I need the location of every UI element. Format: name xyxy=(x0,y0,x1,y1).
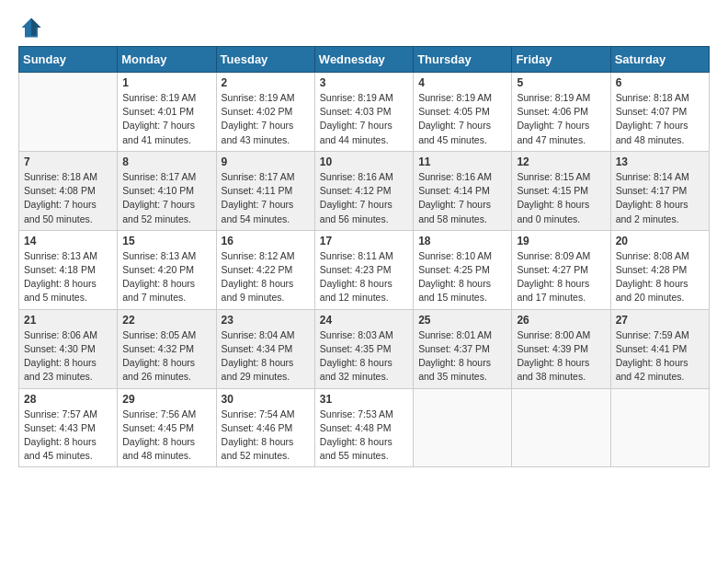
day-number: 11 xyxy=(418,155,506,168)
day-detail: Sunrise: 8:05 AMSunset: 4:32 PMDaylight:… xyxy=(122,328,210,385)
day-cell: 28Sunrise: 7:57 AMSunset: 4:43 PMDayligh… xyxy=(19,388,118,467)
day-detail: Sunrise: 7:53 AMSunset: 4:48 PMDaylight:… xyxy=(320,408,408,464)
day-number: 24 xyxy=(320,314,408,327)
week-row-3: 14Sunrise: 8:13 AMSunset: 4:18 PMDayligh… xyxy=(19,230,710,309)
day-number: 21 xyxy=(24,314,112,327)
day-number: 8 xyxy=(122,155,210,168)
day-cell: 20Sunrise: 8:08 AMSunset: 4:28 PMDayligh… xyxy=(610,230,709,309)
day-detail: Sunrise: 8:19 AMSunset: 4:01 PMDaylight:… xyxy=(122,91,210,147)
day-number: 6 xyxy=(616,76,704,89)
col-header-tuesday: Tuesday xyxy=(216,47,314,73)
week-row-2: 7Sunrise: 8:18 AMSunset: 4:08 PMDaylight… xyxy=(19,151,710,230)
col-header-saturday: Saturday xyxy=(610,47,709,73)
week-row-1: 1Sunrise: 8:19 AMSunset: 4:01 PMDaylight… xyxy=(19,73,710,152)
day-detail: Sunrise: 7:57 AMSunset: 4:43 PMDaylight:… xyxy=(24,408,112,464)
header-row: SundayMondayTuesdayWednesdayThursdayFrid… xyxy=(19,47,710,73)
header xyxy=(18,15,710,40)
day-number: 23 xyxy=(222,314,310,327)
day-cell: 2Sunrise: 8:19 AMSunset: 4:02 PMDaylight… xyxy=(216,73,314,152)
col-header-wednesday: Wednesday xyxy=(314,47,413,73)
col-header-sunday: Sunday xyxy=(19,47,118,73)
day-cell: 10Sunrise: 8:16 AMSunset: 4:12 PMDayligh… xyxy=(314,151,413,230)
day-number: 2 xyxy=(222,76,310,89)
day-detail: Sunrise: 8:08 AMSunset: 4:28 PMDaylight:… xyxy=(616,249,704,305)
day-number: 15 xyxy=(122,235,210,247)
day-number: 20 xyxy=(616,235,704,247)
day-number: 1 xyxy=(122,76,210,89)
day-detail: Sunrise: 8:03 AMSunset: 4:35 PMDaylight:… xyxy=(320,328,408,385)
day-detail: Sunrise: 8:18 AMSunset: 4:07 PMDaylight:… xyxy=(616,91,704,147)
day-number: 13 xyxy=(616,155,704,168)
day-number: 30 xyxy=(222,393,310,406)
day-detail: Sunrise: 8:13 AMSunset: 4:18 PMDaylight:… xyxy=(24,249,112,305)
day-detail: Sunrise: 8:01 AMSunset: 4:37 PMDaylight:… xyxy=(418,328,506,385)
day-detail: Sunrise: 8:19 AMSunset: 4:05 PMDaylight:… xyxy=(418,91,506,147)
day-cell: 16Sunrise: 8:12 AMSunset: 4:22 PMDayligh… xyxy=(216,230,314,309)
day-cell: 6Sunrise: 8:18 AMSunset: 4:07 PMDaylight… xyxy=(610,73,709,152)
day-number: 31 xyxy=(320,393,408,406)
day-cell: 31Sunrise: 7:53 AMSunset: 4:48 PMDayligh… xyxy=(314,388,413,467)
day-cell: 18Sunrise: 8:10 AMSunset: 4:25 PMDayligh… xyxy=(414,230,512,309)
day-detail: Sunrise: 7:56 AMSunset: 4:45 PMDaylight:… xyxy=(122,408,210,464)
day-cell: 23Sunrise: 8:04 AMSunset: 4:34 PMDayligh… xyxy=(216,309,314,388)
day-detail: Sunrise: 8:19 AMSunset: 4:03 PMDaylight:… xyxy=(320,91,408,147)
week-row-5: 28Sunrise: 7:57 AMSunset: 4:43 PMDayligh… xyxy=(19,388,710,467)
day-cell: 11Sunrise: 8:16 AMSunset: 4:14 PMDayligh… xyxy=(414,151,512,230)
day-number: 26 xyxy=(517,314,605,327)
day-cell: 9Sunrise: 8:17 AMSunset: 4:11 PMDaylight… xyxy=(216,151,314,230)
svg-marker-1 xyxy=(31,18,41,36)
day-detail: Sunrise: 8:18 AMSunset: 4:08 PMDaylight:… xyxy=(24,170,112,226)
day-number: 25 xyxy=(418,314,506,327)
day-detail: Sunrise: 8:13 AMSunset: 4:20 PMDaylight:… xyxy=(122,249,210,305)
day-detail: Sunrise: 8:19 AMSunset: 4:02 PMDaylight:… xyxy=(222,91,310,147)
day-cell: 5Sunrise: 8:19 AMSunset: 4:06 PMDaylight… xyxy=(512,73,610,152)
day-number: 27 xyxy=(616,314,704,327)
day-cell: 25Sunrise: 8:01 AMSunset: 4:37 PMDayligh… xyxy=(414,309,512,388)
day-cell xyxy=(414,388,512,467)
day-detail: Sunrise: 7:59 AMSunset: 4:41 PMDaylight:… xyxy=(616,328,704,385)
day-cell: 8Sunrise: 8:17 AMSunset: 4:10 PMDaylight… xyxy=(118,151,216,230)
day-number: 16 xyxy=(222,235,310,247)
day-detail: Sunrise: 8:17 AMSunset: 4:10 PMDaylight:… xyxy=(122,170,210,226)
day-cell: 14Sunrise: 8:13 AMSunset: 4:18 PMDayligh… xyxy=(19,230,118,309)
day-number: 12 xyxy=(517,155,605,168)
day-detail: Sunrise: 8:16 AMSunset: 4:14 PMDaylight:… xyxy=(418,170,506,226)
day-detail: Sunrise: 8:17 AMSunset: 4:11 PMDaylight:… xyxy=(222,170,310,226)
day-cell: 26Sunrise: 8:00 AMSunset: 4:39 PMDayligh… xyxy=(512,309,610,388)
day-detail: Sunrise: 8:04 AMSunset: 4:34 PMDaylight:… xyxy=(222,328,310,385)
day-cell xyxy=(610,388,709,467)
day-cell xyxy=(512,388,610,467)
day-number: 9 xyxy=(222,155,310,168)
day-detail: Sunrise: 8:11 AMSunset: 4:23 PMDaylight:… xyxy=(320,249,408,305)
day-number: 10 xyxy=(320,155,408,168)
day-cell: 13Sunrise: 8:14 AMSunset: 4:17 PMDayligh… xyxy=(610,151,709,230)
day-number: 14 xyxy=(24,235,112,247)
day-number: 29 xyxy=(122,393,210,406)
day-cell: 30Sunrise: 7:54 AMSunset: 4:46 PMDayligh… xyxy=(216,388,314,467)
day-cell: 3Sunrise: 8:19 AMSunset: 4:03 PMDaylight… xyxy=(314,73,413,152)
day-detail: Sunrise: 8:14 AMSunset: 4:17 PMDaylight:… xyxy=(616,170,704,226)
day-detail: Sunrise: 8:06 AMSunset: 4:30 PMDaylight:… xyxy=(24,328,112,385)
day-detail: Sunrise: 8:09 AMSunset: 4:27 PMDaylight:… xyxy=(517,249,605,305)
day-detail: Sunrise: 8:10 AMSunset: 4:25 PMDaylight:… xyxy=(418,249,506,305)
day-detail: Sunrise: 8:19 AMSunset: 4:06 PMDaylight:… xyxy=(517,91,605,147)
col-header-monday: Monday xyxy=(118,47,216,73)
day-cell: 15Sunrise: 8:13 AMSunset: 4:20 PMDayligh… xyxy=(118,230,216,309)
day-cell: 21Sunrise: 8:06 AMSunset: 4:30 PMDayligh… xyxy=(19,309,118,388)
day-number: 28 xyxy=(24,393,112,406)
logo-icon xyxy=(18,15,44,40)
day-detail: Sunrise: 8:00 AMSunset: 4:39 PMDaylight:… xyxy=(517,328,605,385)
day-cell: 1Sunrise: 8:19 AMSunset: 4:01 PMDaylight… xyxy=(118,73,216,152)
day-cell: 22Sunrise: 8:05 AMSunset: 4:32 PMDayligh… xyxy=(118,309,216,388)
day-number: 4 xyxy=(418,76,506,89)
calendar-table: SundayMondayTuesdayWednesdayThursdayFrid… xyxy=(18,46,710,467)
day-detail: Sunrise: 8:16 AMSunset: 4:12 PMDaylight:… xyxy=(320,170,408,226)
day-cell: 29Sunrise: 7:56 AMSunset: 4:45 PMDayligh… xyxy=(118,388,216,467)
day-number: 3 xyxy=(320,76,408,89)
logo xyxy=(18,15,48,40)
day-number: 17 xyxy=(320,235,408,247)
day-cell xyxy=(19,73,118,152)
day-number: 5 xyxy=(517,76,605,89)
day-detail: Sunrise: 8:15 AMSunset: 4:15 PMDaylight:… xyxy=(517,170,605,226)
col-header-thursday: Thursday xyxy=(414,47,512,73)
